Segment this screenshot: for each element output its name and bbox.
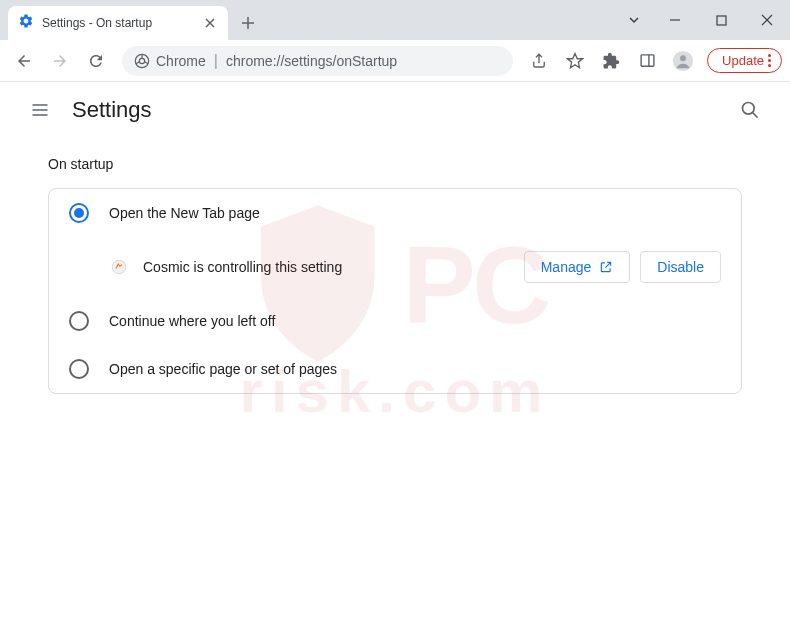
manage-button[interactable]: Manage — [524, 251, 631, 283]
svg-point-2 — [139, 58, 144, 63]
back-button[interactable] — [8, 45, 40, 77]
option-continue[interactable]: Continue where you left off — [49, 297, 741, 345]
update-label: Update — [722, 53, 764, 68]
option-new-tab[interactable]: Open the New Tab page — [49, 189, 741, 237]
radio-unselected-icon — [69, 311, 89, 331]
maximize-button[interactable] — [698, 4, 744, 36]
extension-notice: Cosmic is controlling this setting Manag… — [49, 237, 741, 297]
svg-rect-0 — [717, 16, 726, 25]
url-text: chrome://settings/onStartup — [226, 53, 397, 69]
share-button[interactable] — [523, 45, 555, 77]
search-button[interactable] — [730, 90, 770, 130]
minimize-button[interactable] — [652, 4, 698, 36]
svg-rect-3 — [641, 55, 654, 66]
svg-line-8 — [753, 112, 758, 117]
window-controls — [616, 0, 790, 40]
open-external-icon — [599, 260, 613, 274]
section-title: On startup — [48, 156, 742, 172]
menu-dots-icon — [768, 54, 771, 67]
extension-app-icon — [109, 257, 129, 277]
toolbar: Chrome | chrome://settings/onStartup Upd… — [0, 40, 790, 82]
option-specific[interactable]: Open a specific page or set of pages — [49, 345, 741, 393]
notice-buttons: Manage Disable — [524, 251, 721, 283]
manage-label: Manage — [541, 259, 592, 275]
omnibox[interactable]: Chrome | chrome://settings/onStartup — [122, 46, 513, 76]
scheme-label: Chrome — [156, 53, 206, 69]
tab-search-button[interactable] — [616, 4, 652, 36]
url-divider: | — [214, 52, 218, 70]
menu-button[interactable] — [20, 90, 60, 130]
close-window-button[interactable] — [744, 4, 790, 36]
extension-notice-text: Cosmic is controlling this setting — [143, 259, 510, 275]
tab-title: Settings - On startup — [42, 16, 194, 30]
close-tab-button[interactable] — [202, 15, 218, 31]
radio-unselected-icon — [69, 359, 89, 379]
settings-header: Settings — [0, 82, 790, 138]
settings-gear-icon — [18, 13, 34, 33]
new-tab-button[interactable] — [234, 9, 262, 37]
browser-tab[interactable]: Settings - On startup — [8, 6, 228, 40]
option-label: Open a specific page or set of pages — [109, 361, 337, 377]
reload-button[interactable] — [80, 45, 112, 77]
profile-button[interactable] — [667, 45, 699, 77]
disable-button[interactable]: Disable — [640, 251, 721, 283]
option-label: Continue where you left off — [109, 313, 275, 329]
update-button[interactable]: Update — [707, 48, 782, 73]
titlebar: Settings - On startup — [0, 0, 790, 40]
forward-button[interactable] — [44, 45, 76, 77]
chrome-scheme-icon: Chrome — [134, 53, 206, 69]
extensions-button[interactable] — [595, 45, 627, 77]
disable-label: Disable — [657, 259, 704, 275]
startup-options-card: Open the New Tab page Cosmic is controll… — [48, 188, 742, 394]
page-title: Settings — [72, 97, 152, 123]
content-area: On startup Open the New Tab page Cosmic … — [0, 138, 790, 412]
radio-selected-icon — [69, 203, 89, 223]
svg-point-7 — [743, 102, 755, 114]
option-label: Open the New Tab page — [109, 205, 260, 221]
sidepanel-button[interactable] — [631, 45, 663, 77]
bookmark-button[interactable] — [559, 45, 591, 77]
svg-point-9 — [112, 260, 126, 274]
svg-point-6 — [680, 55, 686, 61]
